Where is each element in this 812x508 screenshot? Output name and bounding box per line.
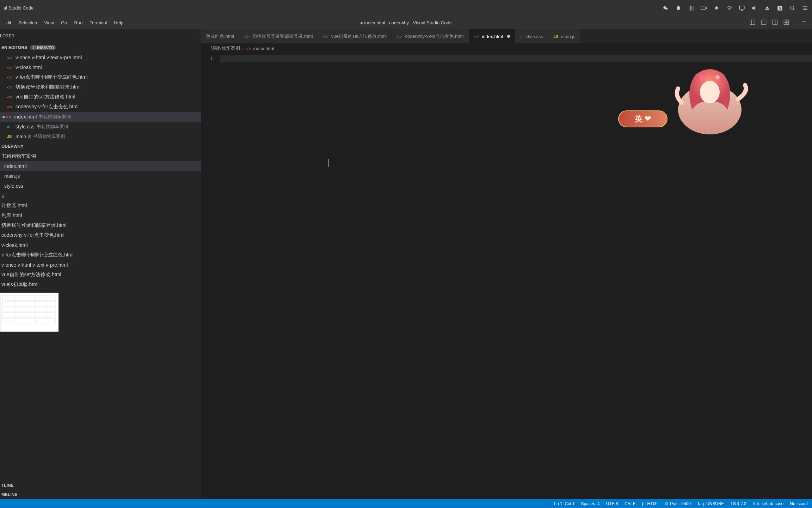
editor-tabs: 色成红色.html <>切换账号登录和邮箱登录.html <>vue自带的set… <box>201 29 812 43</box>
editor-content[interactable]: 1 <box>201 53 812 499</box>
search-icon[interactable] <box>789 5 796 11</box>
wechat-icon[interactable] <box>663 5 669 11</box>
chevron-right-icon: › <box>242 46 244 51</box>
menu-help[interactable]: Help <box>111 18 127 28</box>
tree-file[interactable]: 切换账号登录和邮箱登录.html <box>0 220 201 230</box>
editor-tab[interactable]: <>切换账号登录和邮箱登录.html <box>239 29 318 43</box>
mem-icon[interactable] <box>688 5 694 11</box>
menu-icon[interactable] <box>802 5 808 11</box>
html-icon: <> <box>7 95 13 100</box>
editor-tab[interactable]: <>vue自带的set方法修改.html <box>318 29 392 43</box>
editor-tab[interactable]: <>coderwhy-v-for点击变色.html <box>392 29 469 43</box>
file-tree: 书籍购物车案例 index.html main.js style.css s 计… <box>0 151 201 290</box>
open-editor-item[interactable]: <>v-once v-html v-text v-pre.html <box>0 53 201 62</box>
status-port[interactable]: ⊘Port : 5500 <box>665 501 691 506</box>
open-editors-header[interactable]: EN EDITORS 1 unsaved <box>0 43 201 53</box>
open-editor-item[interactable]: <>vue自带的set方法修改.html <box>0 92 201 102</box>
tree-file[interactable]: v-cloak.html <box>0 240 201 250</box>
line-number: 1 <box>201 55 213 62</box>
open-editor-item[interactable]: <>v-cloak.html <box>0 62 201 72</box>
editor-tab[interactable]: <>index.html <box>469 29 515 43</box>
explorer-more-icon[interactable]: ⋯ <box>193 34 197 38</box>
volume-icon[interactable] <box>751 5 758 11</box>
qq-icon[interactable] <box>675 5 682 11</box>
svg-rect-24 <box>784 20 786 22</box>
breadcrumb-part[interactable]: 书籍购物车案例 <box>208 45 240 52</box>
preview-thumbnail <box>0 292 58 331</box>
svg-point-1 <box>665 7 668 10</box>
unsaved-badge: 1 unsaved <box>30 45 56 50</box>
status-spaces[interactable]: Spaces: 4 <box>581 501 599 506</box>
toggle-secondary-sidebar-icon[interactable] <box>772 19 779 26</box>
braces-icon: { } <box>642 501 646 506</box>
outline-section[interactable]: TLINE <box>0 481 201 490</box>
tree-file[interactable]: vuejs初体验.html <box>0 280 201 290</box>
tree-file[interactable]: 计数器.html <box>0 201 201 211</box>
tree-file[interactable]: v-once v-html v-text v-pre.html <box>0 260 201 270</box>
status-cursor[interactable]: Ln 1, Col 1 <box>554 501 574 506</box>
line-gutter: 1 <box>201 53 220 499</box>
wifi-icon[interactable] <box>726 5 732 11</box>
open-editor-item[interactable]: ●<>index.html书籍购物车案例 <box>0 112 201 122</box>
js-icon: JS <box>7 134 13 139</box>
menu-run[interactable]: Run <box>71 18 86 28</box>
breadcrumb[interactable]: 书籍购物车案例 › <> index.html <box>201 43 812 53</box>
tree-file[interactable]: index.html <box>0 161 201 171</box>
tree-file[interactable]: coderwhy-v-for点击变色.html <box>0 230 201 240</box>
svg-rect-5 <box>701 7 706 10</box>
html-icon: <> <box>6 114 12 120</box>
status-encoding[interactable]: UTF-8 <box>606 501 618 506</box>
status-attr[interactable]: Attr: kebab-case <box>753 501 783 506</box>
html-icon: <> <box>244 34 250 39</box>
code-area[interactable] <box>220 53 812 499</box>
open-editor-item[interactable]: #style.css书籍购物车案例 <box>0 122 201 132</box>
status-ts[interactable]: TS 4.7.3 <box>731 501 746 506</box>
svg-point-2 <box>677 6 680 10</box>
editor-tab[interactable]: JSmain.js <box>548 29 581 43</box>
status-lang[interactable]: { }HTML <box>642 501 659 506</box>
svg-rect-29 <box>0 293 59 332</box>
bluetooth-icon[interactable]: ✱ <box>713 5 720 11</box>
menu-edit[interactable]: dit <box>3 18 15 28</box>
menu-terminal[interactable]: Terminal <box>86 18 110 28</box>
open-editor-item[interactable]: <>coderwhy-v-for点击变色.html <box>0 102 201 112</box>
svg-line-14 <box>793 9 795 10</box>
html-icon: <> <box>7 85 13 90</box>
menu-view[interactable]: View <box>41 18 57 28</box>
minimize-icon[interactable] <box>801 19 808 26</box>
tree-file[interactable]: main.js <box>0 171 201 181</box>
tree-file[interactable]: v-for点击哪个li哪个变成红色.html <box>0 250 201 260</box>
display-icon[interactable] <box>739 5 745 11</box>
tree-file[interactable]: 列表.html <box>0 211 201 220</box>
open-editor-item[interactable]: <>v-for点击哪个li哪个变成红色.html <box>0 72 201 82</box>
editor-tab[interactable]: #style.css <box>515 29 548 43</box>
timeline-section[interactable]: MELINE <box>0 490 201 499</box>
tree-folder[interactable]: s <box>0 191 201 201</box>
status-tag[interactable]: Tag: UNSURE <box>697 501 724 506</box>
js-icon: JS <box>553 34 558 38</box>
toggle-primary-sidebar-icon[interactable] <box>749 19 756 26</box>
s-icon[interactable]: S <box>777 5 783 11</box>
open-editor-item[interactable]: JSmain.js书籍购物车案例 <box>0 132 201 141</box>
menu-go[interactable]: Go <box>57 18 70 28</box>
open-editor-item[interactable]: <>切换账号登录和邮箱登录.html <box>0 82 201 92</box>
workspace-header[interactable]: ODERWHY <box>0 141 201 151</box>
svg-text:S: S <box>779 6 781 10</box>
menu-selection[interactable]: Selection <box>15 18 41 28</box>
dirty-dot-icon <box>507 35 510 38</box>
statusbar: Ln 1, Col 1 Spaces: 4 UTF-8 CRLF { }HTML… <box>0 499 812 508</box>
svg-point-7 <box>729 9 730 10</box>
tree-file[interactable]: style.css <box>0 181 201 191</box>
svg-rect-6 <box>706 7 707 8</box>
tree-file[interactable]: vue自带的set方法修改.html <box>0 270 201 280</box>
editor-tab[interactable]: 色成红色.html <box>201 29 239 43</box>
breadcrumb-part[interactable]: index.html <box>253 46 274 51</box>
eject-icon[interactable] <box>764 5 770 11</box>
toggle-panel-icon[interactable] <box>761 19 768 26</box>
app-name: al Studio Code <box>4 5 33 11</box>
status-tsconf[interactable]: No tsconf <box>790 501 808 506</box>
status-eol[interactable]: CRLF <box>625 501 635 506</box>
tree-folder[interactable]: 书籍购物车案例 <box>0 151 201 161</box>
customize-layout-icon[interactable] <box>783 19 790 26</box>
battery-icon[interactable] <box>701 5 707 11</box>
